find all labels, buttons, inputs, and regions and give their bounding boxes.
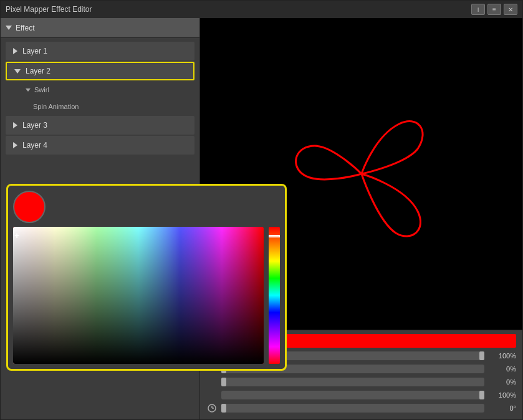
layer-1-item[interactable]: Layer 1 [6, 42, 194, 60]
layer4-label: Layer 4 [22, 141, 47, 150]
slider-3-icon [206, 376, 218, 388]
slider-value-4: 100% [488, 391, 516, 399]
main-content: Effect Layer 1 Layer 2 Swirl [1, 18, 522, 419]
layer3-expand-icon [13, 122, 17, 128]
slider-track-4[interactable] [221, 391, 484, 399]
layer4-expand-icon [13, 142, 17, 148]
slider-row-3: 0% [206, 376, 516, 388]
menu-button[interactable]: ≡ [487, 4, 501, 15]
color-picker-popup: + [6, 184, 287, 371]
window-title: Pixel Mapper Effect Editor [6, 5, 92, 14]
slider-4-icon [206, 389, 218, 401]
swirl-label: Swirl [34, 86, 49, 93]
slider-thumb-3[interactable] [221, 378, 226, 386]
left-panel: Effect Layer 1 Layer 2 Swirl [1, 18, 200, 419]
main-window: Pixel Mapper Effect Editor i ≡ ✕ Effect … [0, 0, 523, 420]
spectrum-area[interactable]: + [13, 227, 264, 364]
slider-thumb-1[interactable] [479, 351, 484, 360]
layer2-expand-icon [14, 69, 21, 74]
slider-value-3: 0% [488, 378, 516, 386]
effect-label: Effect [16, 24, 34, 32]
layer1-expand-icon [13, 48, 17, 54]
layer3-label: Layer 3 [22, 121, 47, 130]
hue-bar-container[interactable] [269, 227, 280, 364]
slider-value-5: 0° [488, 404, 516, 412]
spectrum-black-layer [13, 227, 264, 364]
slider-track-3[interactable] [221, 378, 484, 386]
close-button[interactable]: ✕ [504, 4, 517, 15]
slider-thumb-4[interactable] [479, 391, 484, 399]
crosshair-icon: + [14, 231, 19, 241]
spin-animation-label: Spin Animation [33, 103, 79, 110]
layer1-label: Layer 1 [22, 47, 47, 55]
slider-thumb-5[interactable] [221, 404, 226, 413]
layer-3-item[interactable]: Layer 3 [6, 116, 194, 135]
hue-indicator [269, 235, 280, 237]
picker-top-row [13, 191, 280, 223]
layer-2-item[interactable]: Layer 2 [6, 62, 194, 80]
title-bar: Pixel Mapper Effect Editor i ≡ ✕ [1, 1, 522, 18]
slider-row-5: 0° [206, 403, 516, 414]
picker-bottom: + [13, 227, 280, 364]
effect-header: Effect [1, 18, 199, 38]
color-swatch[interactable] [13, 191, 46, 223]
title-bar-buttons: i ≡ ✕ [471, 4, 517, 15]
slider-track-5[interactable] [221, 404, 484, 413]
swirl-sub-item[interactable]: Swirl [13, 82, 194, 98]
info-button[interactable]: i [471, 4, 485, 15]
clock-icon [206, 403, 218, 414]
effect-collapse-icon[interactable] [6, 26, 12, 30]
swirl-expand-icon [26, 88, 31, 92]
slider-value-2: 0% [488, 365, 516, 373]
slider-value-1: 100% [488, 352, 516, 360]
swirl-preview-svg [262, 87, 461, 261]
spin-animation-sub-item[interactable]: Spin Animation [13, 98, 194, 115]
layer-4-item[interactable]: Layer 4 [6, 136, 194, 155]
layer2-label: Layer 2 [26, 67, 50, 75]
slider-row-4: 100% [206, 389, 516, 401]
hue-bar [269, 227, 280, 364]
